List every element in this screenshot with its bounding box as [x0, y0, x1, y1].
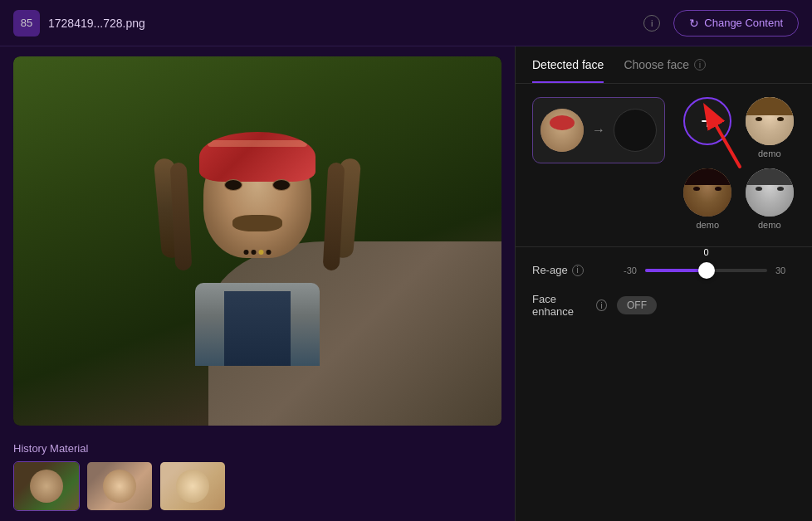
choose-face-info-icon[interactable]: i — [694, 59, 706, 71]
main-image — [13, 56, 501, 426]
reage-slider-track[interactable]: 0 — [645, 269, 767, 272]
tab-choose-face[interactable]: Choose face i — [624, 58, 706, 83]
history-thumb-1[interactable] — [13, 461, 80, 511]
face-enhance-info-icon[interactable]: i — [596, 299, 607, 311]
slider-fill — [645, 269, 707, 272]
change-content-button[interactable]: ↻ Change Content — [673, 10, 799, 37]
history-thumbnails — [13, 461, 501, 511]
face-label-demo1: demo — [758, 149, 781, 158]
history-section: History Material — [13, 436, 501, 511]
reage-control-row: Re-age i -30 0 30 — [532, 264, 795, 276]
controls-section: Re-age i -30 0 30 Face enha — [516, 246, 812, 521]
refresh-icon: ↻ — [689, 17, 699, 30]
face-avatar-demo2 — [683, 168, 731, 217]
filename-label: 1728419...728.png — [48, 17, 643, 30]
face-add-button[interactable]: + — [683, 97, 731, 145]
right-panel: Detected face Choose face i → — [515, 46, 812, 521]
tab-detected-face[interactable]: Detected face — [532, 58, 604, 83]
choose-face-grid: + — [682, 97, 795, 230]
face-area: → + — [516, 84, 812, 243]
slider-max-label: 30 — [775, 265, 795, 275]
slider-value-label: 0 — [703, 247, 708, 257]
detected-face-card: → — [532, 97, 665, 163]
face-label-demo2: demo — [696, 220, 719, 230]
left-panel: History Material — [0, 46, 515, 521]
history-thumb-3[interactable] — [159, 461, 226, 511]
main-image-container — [13, 56, 501, 426]
face-enhance-control-row: Face enhance i OFF — [532, 293, 795, 318]
face-label-demo3: demo — [758, 220, 781, 230]
face-enhance-toggle[interactable]: OFF — [617, 296, 657, 314]
tabs: Detected face Choose face i — [516, 46, 812, 84]
detected-face-arrow: → — [592, 123, 605, 138]
header: 85 1728419...728.png i ↻ Change Content — [0, 0, 812, 46]
info-icon[interactable]: i — [643, 15, 660, 32]
face-option-demo1[interactable]: demo — [744, 97, 796, 158]
face-add-option[interactable]: + — [682, 97, 734, 158]
reage-label: Re-age i — [532, 264, 607, 276]
detected-face-thumb — [541, 109, 584, 152]
slider-min-label: -30 — [617, 265, 637, 275]
reage-slider-container: -30 0 30 — [617, 265, 795, 275]
face-avatar-demo3 — [746, 168, 794, 217]
history-label: History Material — [13, 442, 501, 455]
face-option-demo3[interactable]: demo — [744, 168, 796, 230]
reage-info-icon[interactable]: i — [572, 265, 584, 276]
file-icon: 85 — [13, 10, 40, 37]
slider-thumb[interactable]: 0 — [698, 262, 715, 279]
face-avatar-demo1 — [746, 97, 794, 145]
face-section: → + — [516, 84, 812, 243]
main-layout: History Material — [0, 46, 812, 521]
face-enhance-label: Face enhance i — [532, 293, 607, 318]
detected-face-target — [614, 109, 657, 152]
history-thumb-2[interactable] — [86, 461, 153, 511]
face-option-demo2[interactable]: demo — [682, 168, 734, 230]
